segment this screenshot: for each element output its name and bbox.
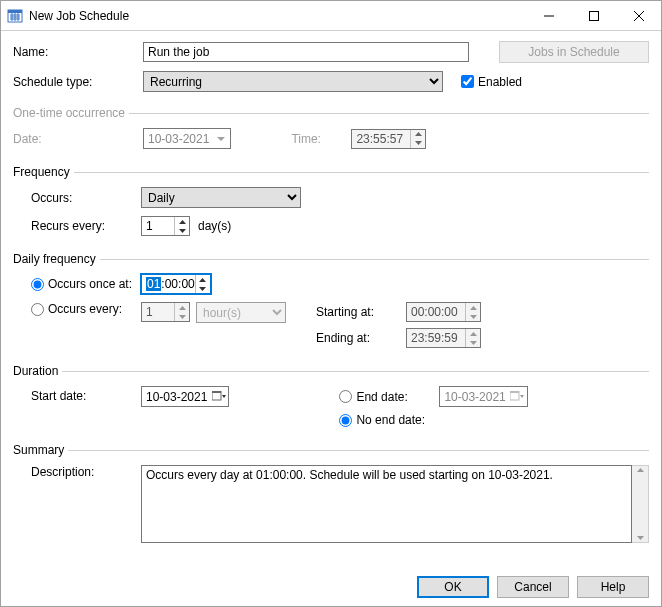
spinner-arrows[interactable] [174, 217, 189, 235]
duration-legend: Duration [13, 364, 62, 378]
enabled-label: Enabled [478, 75, 522, 89]
daily-frequency-group: Daily frequency Occurs once at: 01:00:00… [13, 252, 649, 356]
cancel-button[interactable]: Cancel [497, 576, 569, 598]
spinner-arrows [174, 303, 189, 321]
titlebar: New Job Schedule [1, 1, 661, 31]
calendar-dropdown-icon[interactable] [211, 391, 226, 403]
close-button[interactable] [616, 1, 661, 30]
onetime-date-label: Date: [13, 132, 143, 146]
schedule-type-label: Schedule type: [13, 75, 143, 89]
new-job-schedule-window: New Job Schedule Name: Jobs in Schedule … [0, 0, 662, 607]
svg-rect-9 [589, 11, 598, 20]
daily-frequency-legend: Daily frequency [13, 252, 100, 266]
end-date-radio[interactable]: End date: [339, 390, 439, 404]
window-title: New Job Schedule [29, 9, 526, 23]
calendar-dropdown-icon [510, 391, 525, 403]
help-button[interactable]: Help [577, 576, 649, 598]
onetime-date-input: 10-03-2021 [143, 128, 231, 149]
occurs-once-radio[interactable]: Occurs once at: [31, 277, 141, 291]
ok-button[interactable]: OK [417, 576, 489, 598]
description-textarea[interactable]: Occurs every day at 01:00:00. Schedule w… [141, 465, 632, 543]
occurs-once-time-input[interactable]: 01:00:00 [141, 274, 211, 294]
recurs-every-label: Recurs every: [31, 219, 141, 233]
chevron-down-icon [637, 536, 644, 540]
enabled-checkbox[interactable]: Enabled [461, 75, 522, 89]
onetime-group: One-time occurrence Date: 10-03-2021 Tim… [13, 106, 649, 157]
ending-at-input [406, 328, 481, 348]
name-input[interactable] [143, 42, 469, 62]
spinner-arrows[interactable] [195, 275, 210, 293]
spinner-arrows [465, 329, 480, 347]
occurs-select[interactable]: Daily [141, 187, 301, 208]
schedule-icon [7, 8, 23, 24]
maximize-button[interactable] [571, 1, 616, 30]
frequency-legend: Frequency [13, 165, 74, 179]
summary-group: Summary Description: Occurs every day at… [13, 443, 649, 558]
recurs-unit-label: day(s) [198, 219, 231, 233]
occurs-every-unit-select: hour(s) [196, 302, 286, 323]
start-date-input[interactable]: 10-03-2021 [141, 386, 229, 407]
duration-group: Duration Start date: 10-03-2021 End date… [13, 364, 649, 435]
chevron-down-icon [213, 137, 228, 141]
minimize-button[interactable] [526, 1, 571, 30]
starting-at-label: Starting at: [316, 305, 406, 319]
occurs-every-radio[interactable]: Occurs every: [31, 302, 141, 316]
svg-rect-15 [510, 391, 519, 393]
svg-rect-13 [212, 391, 221, 393]
svg-rect-1 [8, 10, 22, 13]
enabled-checkbox-input[interactable] [461, 75, 474, 88]
scrollbar[interactable] [632, 465, 649, 543]
recurs-every-input[interactable] [141, 216, 190, 236]
no-end-date-radio[interactable]: No end date: [339, 413, 527, 427]
onetime-time-input [351, 129, 426, 149]
jobs-in-schedule-button[interactable]: Jobs in Schedule [499, 41, 649, 63]
spinner-arrows [410, 130, 425, 148]
end-date-input: 10-03-2021 [439, 386, 527, 407]
name-label: Name: [13, 45, 143, 59]
dialog-footer: OK Cancel Help [1, 568, 661, 606]
chevron-up-icon [637, 468, 644, 472]
occurs-every-value-input [141, 302, 190, 322]
frequency-group: Frequency Occurs: Daily Recurs every: da… [13, 165, 649, 244]
summary-legend: Summary [13, 443, 68, 457]
starting-at-input [406, 302, 481, 322]
onetime-legend: One-time occurrence [13, 106, 129, 120]
onetime-time-label: Time: [291, 132, 351, 146]
occurs-label: Occurs: [31, 191, 141, 205]
start-date-label: Start date: [31, 389, 141, 403]
description-label: Description: [31, 465, 141, 479]
schedule-type-select[interactable]: Recurring [143, 71, 443, 92]
ending-at-label: Ending at: [316, 331, 406, 345]
spinner-arrows [465, 303, 480, 321]
